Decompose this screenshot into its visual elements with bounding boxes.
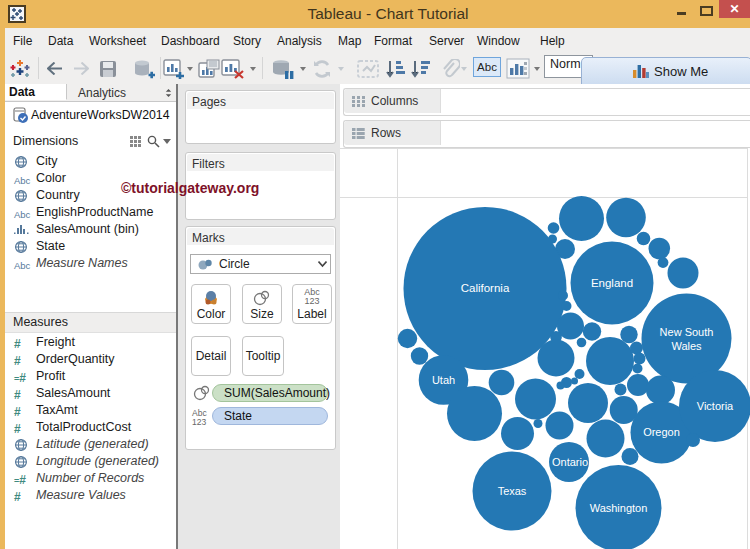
svg-text:Texas: Texas: [498, 485, 527, 497]
svg-text:New South: New South: [660, 326, 714, 338]
svg-text:Utah: Utah: [432, 374, 455, 386]
svg-text:California: California: [461, 282, 510, 294]
svg-text:Washington: Washington: [590, 502, 648, 514]
svg-text:Ontario: Ontario: [552, 456, 588, 468]
svg-text:Victoria: Victoria: [697, 400, 734, 412]
svg-text:Wales: Wales: [671, 340, 702, 352]
svg-text:England: England: [591, 277, 633, 289]
svg-text:Oregon: Oregon: [643, 426, 680, 438]
